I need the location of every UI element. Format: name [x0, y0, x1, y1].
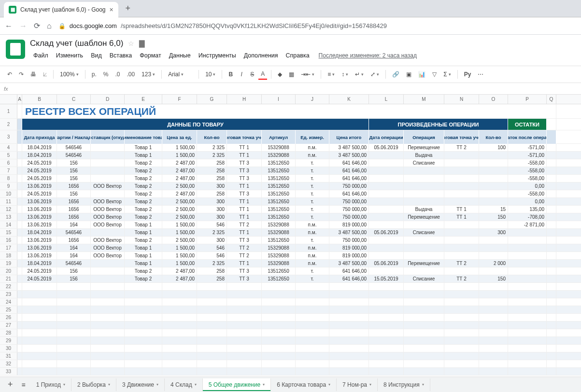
cell[interactable]: 2 500,00 [162, 182, 197, 190]
cell[interactable] [508, 260, 547, 267]
cell[interactable]: Дата операции [369, 130, 404, 144]
cell[interactable] [508, 329, 547, 336]
cell[interactable]: Товар 2 [125, 267, 162, 275]
cell[interactable] [91, 267, 125, 275]
cell[interactable]: ПРОИЗВЕДЕННЫЕ ОПЕРАЦИИ [369, 119, 508, 130]
cell[interactable] [547, 337, 556, 344]
cell[interactable]: Товар 1 [125, 260, 162, 267]
cell[interactable] [162, 298, 197, 306]
cell[interactable]: Дата прихода [22, 130, 57, 144]
cell[interactable]: т. [296, 159, 329, 167]
cell[interactable] [444, 252, 479, 259]
cell[interactable]: т. [296, 267, 329, 275]
cell[interactable] [479, 360, 508, 367]
cell[interactable] [547, 206, 556, 213]
col-header-F[interactable]: F [162, 95, 197, 104]
cell[interactable] [227, 322, 262, 329]
cell[interactable] [197, 345, 227, 352]
row-header[interactable]: 30 [0, 345, 17, 352]
row-header[interactable]: 22 [0, 283, 17, 290]
cell[interactable]: ООО Вектор [91, 252, 125, 259]
sheet-title[interactable]: РЕЕСТР ВСЕХ ОПЕРАЦИЙ [22, 104, 556, 118]
cell[interactable] [547, 252, 556, 259]
cell[interactable] [57, 360, 91, 367]
cell[interactable] [369, 175, 404, 182]
cell[interactable]: 641 646,00 [329, 159, 369, 167]
cell[interactable] [508, 306, 547, 313]
cell[interactable]: 819 000,00 [329, 221, 369, 228]
cell[interactable] [125, 345, 162, 352]
cell[interactable] [57, 352, 91, 360]
menu-файл[interactable]: Файл [30, 51, 52, 60]
row-header[interactable]: 6 [0, 159, 17, 167]
cell[interactable] [547, 322, 556, 329]
cell[interactable]: 258 [197, 190, 227, 197]
cell[interactable] [444, 229, 479, 236]
cell[interactable]: ТТ 1 [444, 213, 479, 221]
cell[interactable]: 1 500,00 [162, 260, 197, 267]
cell[interactable]: 546 [197, 252, 227, 259]
cell[interactable] [17, 182, 22, 190]
cell[interactable] [17, 291, 22, 298]
cell[interactable]: 258 [197, 167, 227, 174]
cell[interactable] [444, 329, 479, 336]
cell[interactable]: Товар 1 [125, 144, 162, 151]
row-header[interactable]: 11 [0, 198, 17, 205]
last-edit[interactable]: Последнее изменение: 2 часа назад [319, 52, 417, 59]
cell[interactable] [17, 244, 22, 252]
cell[interactable] [547, 306, 556, 313]
cell[interactable]: ДАННЫЕ ПО ТОВАРУ [22, 119, 369, 130]
cell[interactable] [508, 360, 547, 367]
cell[interactable] [404, 368, 444, 375]
cell[interactable] [547, 237, 556, 244]
cell[interactable] [479, 175, 508, 182]
sheet-tab[interactable]: 7 Ном-ра [337, 378, 378, 391]
cell[interactable] [479, 182, 508, 190]
cell[interactable] [479, 368, 508, 375]
cell[interactable]: 546546 [57, 144, 91, 151]
close-icon[interactable]: × [110, 6, 113, 14]
cell[interactable] [369, 360, 404, 367]
cell[interactable] [444, 152, 479, 159]
cell[interactable] [91, 322, 125, 329]
cell[interactable]: 546546 [57, 229, 91, 236]
cell[interactable]: Товар 2 [125, 213, 162, 221]
cell[interactable] [444, 360, 479, 367]
row-header[interactable]: 26 [0, 314, 17, 321]
cell[interactable] [125, 368, 162, 375]
cell[interactable] [197, 322, 227, 329]
col-header-M[interactable]: M [404, 95, 444, 104]
text-color-icon[interactable]: A [258, 69, 267, 80]
cell[interactable] [404, 306, 444, 313]
cell[interactable]: 156 [57, 267, 91, 275]
cell[interactable] [369, 306, 404, 313]
cell[interactable]: -558,00 [508, 175, 547, 182]
menu-формат[interactable]: Формат [136, 51, 164, 60]
cyrillic-icon[interactable]: Ру [462, 70, 474, 79]
cell[interactable] [22, 306, 57, 313]
cell[interactable]: Выдача [404, 206, 444, 213]
cell[interactable]: ТТ 1 [444, 206, 479, 213]
folder-icon[interactable]: ▇ [139, 39, 145, 48]
cell[interactable]: ТТ 3 [227, 267, 262, 275]
percent-format[interactable]: % [101, 70, 111, 79]
cell[interactable]: ТТ 2 [444, 260, 479, 267]
cell[interactable]: ТТ 2 [227, 244, 262, 252]
cell[interactable] [125, 314, 162, 321]
cell[interactable]: 13.06.2019 [22, 244, 57, 252]
cell[interactable]: 300 [479, 229, 508, 236]
cell[interactable] [329, 314, 369, 321]
cell[interactable]: ТТ 1 [227, 213, 262, 221]
cell[interactable] [91, 345, 125, 352]
decrease-decimal[interactable]: .0 [113, 70, 122, 79]
cell[interactable]: 15329088 [262, 260, 296, 267]
forward-icon[interactable]: → [19, 22, 27, 30]
cell[interactable] [369, 198, 404, 205]
cell[interactable] [17, 252, 22, 259]
cell[interactable] [547, 130, 556, 144]
cell[interactable] [91, 283, 125, 290]
cell[interactable] [508, 368, 547, 375]
browser-tab[interactable]: ▦ Склад учет (шаблон 6,0) - Goog × [4, 2, 118, 17]
row-header[interactable]: 9 [0, 182, 17, 190]
row-header[interactable]: 4 [0, 144, 17, 151]
